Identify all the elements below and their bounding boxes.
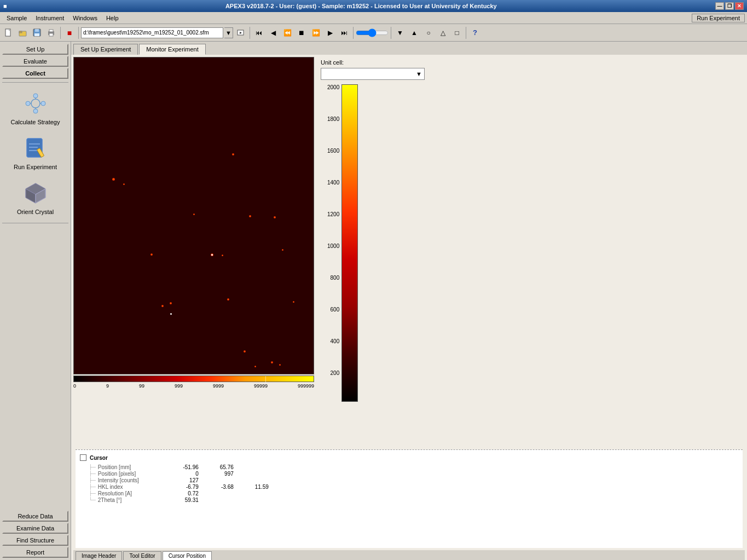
find-structure-button[interactable]: Find Structure (2, 535, 68, 546)
cursor-checkbox[interactable] (80, 454, 86, 461)
cursor-2theta: └─ 2Theta [°] 59.31 (89, 497, 738, 503)
diffraction-spot (150, 253, 153, 256)
report-button[interactable]: Report (2, 547, 68, 558)
scale-label-1200: 1200 (327, 211, 339, 217)
save-button[interactable] (31, 26, 44, 39)
down-arrow-button[interactable]: ▼ (393, 26, 407, 39)
tabs: Set Up Experiment Monitor Experiment (71, 42, 747, 55)
scale-label-2000: 2000 (327, 84, 339, 90)
image-panel: 0 9 99 999 9999 99999 999999 Unit cell: (71, 55, 747, 449)
hkl-label: HKL index (98, 484, 164, 490)
menu-sample[interactable]: Sample (2, 14, 31, 22)
cursor-info-panel: Cursor ├─ Position [mm] -51.96 65.76 ├─ … (76, 449, 743, 548)
menu-bar: Sample Instrument Windows Help Run Exper… (0, 12, 747, 24)
open-frame-button[interactable] (234, 26, 247, 39)
first-frame-button[interactable]: ⏮ (252, 26, 265, 39)
diffraction-spot (279, 364, 281, 366)
reduce-data-button[interactable]: Reduce Data (2, 511, 68, 522)
tab-setup-experiment[interactable]: Set Up Experiment (73, 44, 138, 55)
brightness-slider[interactable] (356, 28, 389, 37)
file-path-input[interactable] (81, 27, 223, 38)
sidebar-collect-button[interactable]: Collect (2, 68, 68, 79)
position-pixels-val1: 0 (166, 471, 199, 477)
scale-label-200: 200 (327, 370, 339, 376)
scale-label-1600: 1600 (327, 148, 339, 154)
restore-button[interactable]: ❐ (725, 2, 734, 10)
twotheta-label: 2Theta [°] (98, 497, 164, 503)
title-bar: ■ APEX3 v2018.7-2 - User: (guest) - Samp… (0, 0, 747, 12)
minimize-button[interactable]: — (715, 2, 724, 10)
menu-instrument[interactable]: Instrument (31, 14, 68, 22)
prev10-button[interactable]: ⏪ (281, 26, 294, 39)
sidebar-setup-button[interactable]: Set Up (2, 44, 68, 55)
cursor-header-label: Cursor (90, 455, 108, 461)
run-experiment-menubar-button[interactable]: Run Experiment (692, 14, 745, 22)
toolbar-separator-3 (250, 27, 250, 39)
last-frame-button[interactable]: ⏭ (338, 26, 351, 39)
color-scale-bar (341, 84, 358, 402)
resolution-label: Resolution [A] (98, 490, 164, 497)
bottom-tabs: Image Header Tool Editor Cursor Position (73, 550, 745, 560)
diffraction-spot (161, 305, 164, 307)
log-scale-labels: 0 9 99 999 9999 99999 999999 (73, 382, 314, 389)
play-button[interactable]: ⏹ (295, 26, 308, 39)
menu-help[interactable]: Help (102, 14, 123, 22)
sidebar-run-experiment[interactable]: Run Experiment (2, 131, 68, 175)
tab-monitor-experiment[interactable]: Monitor Experiment (139, 44, 205, 55)
sidebar-orient-crystal[interactable]: Orient Crystal (2, 176, 68, 220)
sidebar-divider-1 (2, 82, 68, 83)
cursor-hkl: ├─ HKL index -6.79 -3.68 11.59 (89, 484, 738, 490)
log-label-999999: 999999 (298, 383, 314, 389)
diffraction-spot (170, 313, 172, 315)
sidebar-bottom: Reduce Data Examine Data Find Structure … (2, 511, 68, 558)
tab-cursor-position[interactable]: Cursor Position (163, 551, 212, 560)
log-label-0: 0 (73, 383, 76, 389)
unit-cell-dropdown[interactable]: ▼ (321, 68, 425, 80)
svg-rect-9 (49, 33, 53, 36)
file-path-dropdown[interactable]: ▼ (224, 27, 233, 38)
orient-crystal-icon (22, 180, 49, 206)
diffraction-spot (249, 215, 251, 217)
tab-image-header[interactable]: Image Header (76, 551, 122, 560)
up-arrow-button[interactable]: ▲ (408, 26, 421, 39)
run-experiment-label: Run Experiment (14, 164, 57, 170)
orient-crystal-label: Orient Crystal (17, 209, 54, 215)
open-file-button[interactable] (16, 26, 30, 39)
diffraction-spot (193, 213, 195, 215)
circle-tool-button[interactable]: ○ (422, 26, 435, 39)
new-file-button[interactable] (2, 26, 15, 39)
next10-button[interactable]: ⏩ (309, 26, 322, 39)
scale-label-400: 400 (327, 338, 339, 344)
unit-cell-panel: Unit cell: ▼ (319, 57, 433, 82)
print-button[interactable] (45, 26, 58, 39)
square-tool-button[interactable]: □ (450, 26, 464, 39)
examine-data-button[interactable]: Examine Data (2, 523, 68, 534)
menu-windows[interactable]: Windows (68, 14, 102, 22)
unit-cell-dropdown-arrow[interactable]: ▼ (416, 71, 422, 77)
tab-tool-editor[interactable]: Tool Editor (123, 551, 161, 560)
sidebar-calculate-strategy[interactable]: Calculate Strategy (2, 86, 68, 130)
cursor-header: Cursor (80, 454, 738, 461)
help-button[interactable]: ? (468, 26, 482, 39)
next-frame-button[interactable]: ▶ (323, 26, 337, 39)
diffraction-spot (211, 254, 213, 256)
svg-rect-6 (34, 33, 39, 36)
svg-rect-3 (19, 31, 22, 33)
triangle-tool-button[interactable]: △ (436, 26, 449, 39)
detector-image[interactable] (73, 57, 314, 374)
close-button[interactable]: ✕ (735, 2, 744, 10)
calculate-strategy-label: Calculate Strategy (11, 119, 60, 125)
info-spacer (440, 57, 743, 447)
diffraction-spot (282, 249, 283, 251)
stop-button[interactable]: ■ (63, 26, 76, 39)
twotheta-val1: 59.31 (166, 497, 199, 503)
scale-label-1000: 1000 (327, 243, 339, 249)
scale-label-1800: 1800 (327, 116, 339, 122)
sidebar-evaluate-button[interactable]: Evaluate (2, 56, 68, 67)
run-experiment-icon (22, 135, 49, 161)
scale-label-1400: 1400 (327, 180, 339, 186)
log-label-99999: 99999 (254, 383, 268, 389)
prev-frame-button[interactable]: ◀ (267, 26, 280, 39)
calculate-strategy-icon (22, 90, 49, 117)
diffraction-spot (271, 361, 273, 363)
